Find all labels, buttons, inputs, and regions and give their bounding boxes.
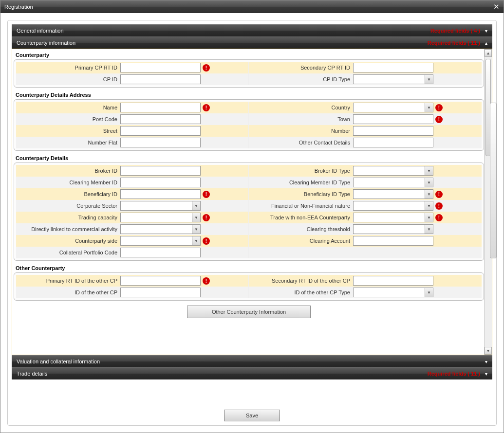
form-row: CP ID CP ID Type▼ xyxy=(16,73,482,85)
clearing-threshold-select[interactable]: ▼ xyxy=(353,224,433,234)
chevron-down-icon: ▼ xyxy=(425,166,433,175)
trading-capacity-select[interactable]: ▼ xyxy=(120,213,201,222)
clearing-member-id-label: Clearing Member ID xyxy=(18,180,120,185)
collateral-portfolio-code-label: Collateral Portfolio Code xyxy=(18,250,120,255)
required-fields-badge: Required fields ( 4 ) xyxy=(430,28,480,34)
post-code-label: Post Code xyxy=(18,116,120,122)
number-flat-label: Number Flat xyxy=(18,140,120,145)
group-cp-title: Counterparty xyxy=(14,51,484,59)
primary-cp-rt-id-label: Primary CP RT ID xyxy=(18,65,120,71)
corporate-sector-select[interactable]: ▼ xyxy=(120,201,201,211)
section-valuation-title: Valuation and collateral information xyxy=(17,359,100,364)
required-icon: ! xyxy=(435,116,443,123)
trade-with-non-eea-counterparty-select[interactable]: ▼ xyxy=(353,213,433,222)
required-icon: ! xyxy=(203,191,210,198)
required-icon: ! xyxy=(203,64,210,72)
required-fields-badge: Required fields ( 11 ) xyxy=(428,371,480,377)
trading-capacity-label: Trading capacity xyxy=(18,215,120,220)
id-of-the-other-cp-input[interactable] xyxy=(120,288,201,297)
form-row: Collateral Portfolio Code xyxy=(16,247,482,258)
form-row: Clearing Member ID Clearing Member ID Ty… xyxy=(16,177,482,188)
chevron-down-icon: ▼ xyxy=(425,75,433,84)
number-label: Number xyxy=(251,128,353,134)
id-of-the-other-cp-type-select[interactable]: ▼ xyxy=(353,288,433,297)
form-row: ID of the other CP ID of the other CP Ty… xyxy=(16,287,482,298)
trade-with-non-eea-counterparty-label: Trade with non-EEA Counterparty xyxy=(251,215,353,220)
broker-id-input[interactable] xyxy=(120,166,201,176)
section-general[interactable]: General information Required fields ( 4 … xyxy=(12,24,492,36)
beneficiary-id-label: Beneficiary ID xyxy=(18,191,120,197)
required-icon: ! xyxy=(203,277,210,285)
save-button[interactable]: Save xyxy=(224,410,280,421)
other-contact-details-input[interactable] xyxy=(353,138,433,147)
chevron-down-icon: ▼ xyxy=(425,178,433,187)
form-row: Post Code Town! xyxy=(16,113,482,125)
id-of-the-other-cp-label: ID of the other CP xyxy=(18,289,120,295)
section-trade[interactable]: Trade details Required fields ( 11 ) ▾ xyxy=(12,367,492,379)
chevron-down-icon: ▼ xyxy=(425,288,433,297)
group-details-title: Counterparty Details xyxy=(14,154,484,162)
clearing-account-label: Clearing Account xyxy=(251,238,353,244)
outer-scrollbar-thumb[interactable] xyxy=(490,103,497,258)
required-icon: ! xyxy=(203,214,210,221)
clearing-account-input[interactable] xyxy=(353,236,433,246)
section-trade-title: Trade details xyxy=(17,371,47,377)
beneficiary-id-input[interactable] xyxy=(120,189,201,199)
section-counterparty-title: Counterparty information xyxy=(17,40,75,46)
primary-cp-rt-id-input[interactable] xyxy=(120,63,201,72)
close-icon[interactable]: ✕ xyxy=(493,2,500,11)
chevron-down-icon: ▼ xyxy=(425,190,433,198)
clearing-member-id-input[interactable] xyxy=(120,178,201,187)
required-icon: ! xyxy=(435,104,443,111)
number-flat-input[interactable] xyxy=(120,138,201,147)
secondary-rt-id-of-the-other-cp-input[interactable] xyxy=(353,276,433,286)
directly-linked-to-commercial-activity-select[interactable]: ▼ xyxy=(120,224,201,234)
chevron-down-icon: ▾ xyxy=(485,359,487,364)
section-general-title: General information xyxy=(17,28,64,34)
country-select[interactable]: ▼ xyxy=(353,103,433,112)
form-row: Name! Country▼! xyxy=(16,102,482,113)
beneficiary-id-type-select[interactable]: ▼ xyxy=(353,189,433,199)
group-other: Other Counterparty Primary RT ID of the … xyxy=(14,264,484,301)
town-label: Town xyxy=(251,116,353,122)
registration-window: Registration ✕ General information Requi… xyxy=(0,0,504,433)
beneficiary-id-type-label: Beneficiary ID Type xyxy=(251,191,353,197)
clearing-member-id-type-select[interactable]: ▼ xyxy=(353,178,433,187)
broker-id-type-label: Broker ID Type xyxy=(251,168,353,174)
counterparty-side-select[interactable]: ▼ xyxy=(120,236,201,246)
window-title: Registration xyxy=(4,4,33,10)
scroll-down-icon[interactable]: ▼ xyxy=(485,347,492,355)
required-fields-badge: Required fields ( 11 ) xyxy=(428,40,480,46)
number-input[interactable] xyxy=(353,126,433,136)
post-code-input[interactable] xyxy=(120,114,201,124)
secondary-cp-rt-id-input[interactable] xyxy=(353,63,433,72)
group-addr-title: Counterparty Details Address xyxy=(14,90,484,99)
clearing-threshold-label: Clearing threshold xyxy=(251,226,353,232)
town-input[interactable] xyxy=(353,114,433,124)
form-row: Broker ID Broker ID Type▼ xyxy=(16,165,482,177)
primary-rt-id-of-the-other-cp-input[interactable] xyxy=(120,276,201,286)
collateral-portfolio-code-input[interactable] xyxy=(120,248,201,257)
street-input[interactable] xyxy=(120,126,201,136)
id-of-the-other-cp-type-label: ID of the other CP Type xyxy=(251,289,353,295)
cp-id-type-label: CP ID Type xyxy=(251,76,353,82)
form-row: Number Flat Other Contact Details xyxy=(16,137,482,148)
chevron-down-icon: ▾ xyxy=(485,28,487,34)
cp-id-label: CP ID xyxy=(18,76,120,82)
corporate-sector-label: Corporate Sector xyxy=(18,203,120,209)
name-input[interactable] xyxy=(120,103,201,112)
section-counterparty-body: Counterparty Primary CP RT ID! Secondary… xyxy=(12,49,492,355)
section-counterparty[interactable]: Counterparty information Required fields… xyxy=(12,36,492,49)
chevron-down-icon: ▼ xyxy=(192,201,200,210)
cp-id-type-select[interactable]: ▼ xyxy=(353,74,433,84)
financial-or-non-financial-nature-select[interactable]: ▼ xyxy=(353,201,433,211)
required-icon: ! xyxy=(203,237,210,245)
required-icon: ! xyxy=(435,191,443,198)
other-counterparty-info-button[interactable]: Other Counterparty Information xyxy=(187,306,311,318)
cp-id-input[interactable] xyxy=(120,74,201,84)
scroll-up-icon[interactable]: ▲ xyxy=(485,49,492,57)
broker-id-type-select[interactable]: ▼ xyxy=(353,166,433,176)
section-valuation[interactable]: Valuation and collateral information ▾ xyxy=(12,355,492,367)
chevron-down-icon: ▼ xyxy=(425,201,433,210)
chevron-down-icon: ▼ xyxy=(192,236,200,245)
